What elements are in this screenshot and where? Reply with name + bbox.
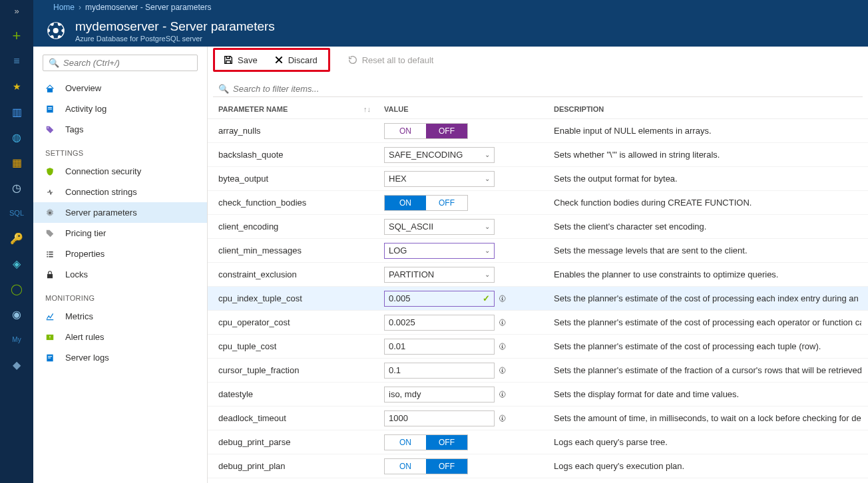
text-input[interactable]: 0.01 — [384, 339, 495, 355]
nav-item-properties[interactable]: Properties — [33, 243, 207, 264]
param-row: check_function_bodiesONOFFCheck function… — [208, 191, 868, 215]
sql-icon[interactable]: SQL — [10, 206, 23, 220]
toggle-on[interactable]: ON — [385, 435, 426, 450]
nav-label: Connection security — [65, 166, 141, 176]
props-icon — [45, 249, 56, 259]
favorites-icon[interactable]: ★ — [10, 80, 23, 93]
logs-icon — [45, 353, 56, 363]
svg-rect-12 — [49, 255, 53, 257]
col-parameter-name[interactable]: PARAMETER NAME↑↓ — [214, 105, 384, 113]
param-row: datestyleiso, mdy🛈Sets the display forma… — [208, 383, 868, 406]
param-desc: Sets the planner's estimate of the fract… — [554, 365, 861, 375]
gear-icon — [47, 21, 65, 40]
chevron-down-icon: ⌄ — [485, 175, 490, 182]
menu-search[interactable]: 🔍 — [43, 55, 198, 71]
person-icon[interactable]: ◉ — [10, 307, 23, 321]
save-button[interactable]: Save — [216, 51, 264, 69]
dropdown[interactable]: SQL_ASCII⌄ — [384, 219, 495, 235]
text-input[interactable]: iso, mdy — [384, 387, 495, 402]
text-input[interactable]: 0.0025 — [384, 315, 495, 331]
toggle[interactable]: ONOFF — [384, 123, 468, 139]
nav-item-tags[interactable]: Tags — [33, 119, 207, 140]
nav-item-pricing-tier[interactable]: Pricing tier — [33, 223, 207, 243]
toggle-on[interactable]: ON — [385, 459, 426, 474]
search-icon: 🔍 — [218, 84, 229, 94]
param-name: cpu_tuple_cost — [214, 341, 384, 351]
page-title: mydemoserver - Server parameters — [75, 19, 275, 34]
nav-item-metrics[interactable]: Metrics — [33, 306, 207, 327]
page-header: mydemoserver - Server parameters Azure D… — [33, 15, 868, 47]
create-resource-icon[interactable]: + — [10, 29, 23, 43]
filter-input[interactable] — [233, 84, 857, 94]
nav-item-alert-rules[interactable]: Alert rules — [33, 327, 207, 347]
nav-item-locks[interactable]: Locks — [33, 264, 207, 285]
text-input[interactable]: 0.005✓ — [384, 291, 495, 307]
info-icon[interactable]: 🛈 — [499, 391, 506, 399]
list-icon[interactable]: ≡ — [10, 55, 23, 68]
reset-button[interactable]: Reset all to default — [341, 51, 441, 69]
lock-icon — [45, 270, 56, 279]
toggle[interactable]: ONOFF — [384, 195, 468, 211]
info-icon[interactable]: 🛈 — [499, 295, 506, 303]
cube-icon[interactable]: ◍ — [10, 130, 23, 144]
nav-label: Overview — [65, 83, 101, 93]
diamond-icon[interactable]: ◈ — [10, 257, 23, 270]
param-desc: Sets the output format for bytea. — [554, 174, 861, 184]
grid-icon[interactable]: ▦ — [10, 156, 23, 169]
param-name: debug_print_parse — [214, 437, 384, 447]
svg-rect-9 — [47, 253, 48, 255]
text-input[interactable]: 0.1 — [384, 363, 495, 379]
nav-label: Alert rules — [65, 332, 105, 342]
param-desc: Sets the planner's estimate of the cost … — [554, 317, 861, 327]
discard-button[interactable]: Discard — [267, 51, 324, 69]
mysql-icon[interactable]: My — [10, 333, 23, 346]
nav-item-overview[interactable]: Overview — [33, 78, 207, 98]
info-icon[interactable]: 🛈 — [499, 414, 506, 422]
breadcrumb: Home › mydemoserver - Server parameters — [33, 0, 868, 15]
info-icon[interactable]: 🛈 — [499, 367, 506, 375]
param-name: client_min_messages — [214, 245, 384, 255]
nav-item-server-parameters[interactable]: Server parameters — [33, 202, 207, 223]
toggle[interactable]: ONOFF — [384, 458, 468, 474]
filter-box[interactable]: 🔍 — [213, 81, 863, 97]
col-value: VALUE — [384, 105, 554, 113]
info-icon[interactable]: 🛈 — [499, 319, 506, 327]
chevron-down-icon: ⌄ — [485, 223, 490, 230]
nav-item-activity-log[interactable]: Activity log — [33, 98, 207, 119]
dropdown[interactable]: SAFE_ENCODING⌄ — [384, 147, 495, 163]
param-name: debug_print_plan — [214, 461, 384, 471]
text-input[interactable]: 1000 — [384, 410, 495, 426]
dropdown[interactable]: PARTITION⌄ — [384, 267, 495, 283]
toggle[interactable]: ONOFF — [384, 434, 468, 450]
toggle-off[interactable]: OFF — [426, 196, 467, 210]
dropdown[interactable]: LOG⌄ — [384, 243, 495, 259]
toggle-off[interactable]: OFF — [426, 124, 467, 138]
section-settings: SETTINGS — [33, 140, 207, 161]
info-icon[interactable]: 🛈 — [499, 343, 506, 351]
svg-rect-11 — [47, 255, 48, 257]
dashboard-icon[interactable]: ▥ — [10, 105, 23, 118]
param-row: array_nullsONOFFEnable input of NULL ele… — [208, 119, 868, 143]
shield-icon[interactable]: ◆ — [10, 358, 23, 371]
param-desc: Sets the amount of time, in milliseconds… — [554, 413, 861, 423]
nav-label: Locks — [65, 269, 88, 279]
svg-rect-8 — [49, 251, 53, 252]
nav-item-server-logs[interactable]: Server logs — [33, 347, 207, 368]
nav-item-connection-strings[interactable]: Connection strings — [33, 182, 207, 202]
expand-icon[interactable]: » — [10, 4, 23, 17]
param-name: constraint_exclusion — [214, 269, 384, 279]
toggle-on[interactable]: ON — [385, 124, 426, 138]
nav-item-connection-security[interactable]: Connection security — [33, 161, 207, 182]
param-row: debug_print_parseONOFFLogs each query's … — [208, 430, 868, 454]
toggle-on[interactable]: ON — [385, 196, 426, 210]
toggle-off[interactable]: OFF — [426, 459, 467, 474]
parameters-pane: Save Discard Reset all to default 🔍 — [208, 47, 868, 483]
breadcrumb-home[interactable]: Home — [53, 3, 75, 12]
dropdown[interactable]: HEX⌄ — [384, 171, 495, 187]
key-icon[interactable]: 🔑 — [10, 232, 23, 245]
menu-search-input[interactable] — [63, 58, 192, 68]
circle-icon[interactable]: ◯ — [10, 282, 23, 295]
clock-icon[interactable]: ◷ — [10, 181, 23, 194]
toggle-off[interactable]: OFF — [426, 435, 467, 450]
param-name: cursor_tuple_fraction — [214, 365, 384, 375]
